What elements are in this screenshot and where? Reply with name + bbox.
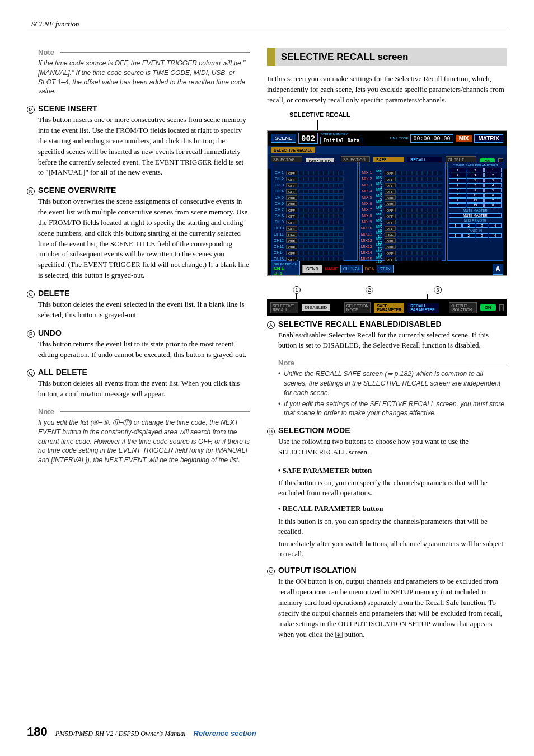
param-cell[interactable] xyxy=(308,226,313,231)
param-cell[interactable] xyxy=(402,183,407,187)
param-cell[interactable] xyxy=(397,208,402,212)
param-cell[interactable] xyxy=(437,251,442,255)
param-cell[interactable] xyxy=(402,177,407,181)
param-cell[interactable] xyxy=(427,238,432,243)
param-cell[interactable] xyxy=(308,232,313,237)
param-cell[interactable] xyxy=(334,232,339,237)
param-cell[interactable] xyxy=(318,214,324,218)
off-toggle[interactable]: OFF xyxy=(286,245,297,249)
param-cell[interactable] xyxy=(412,189,417,194)
param-cell[interactable] xyxy=(427,189,432,194)
off-toggle[interactable]: OFF xyxy=(385,177,396,181)
param-cell[interactable] xyxy=(422,220,427,224)
param-cell[interactable] xyxy=(422,214,427,218)
off-toggle[interactable]: OFF xyxy=(385,195,396,200)
param-cell[interactable] xyxy=(422,177,427,181)
param-cell[interactable] xyxy=(308,238,313,243)
param-cell[interactable] xyxy=(298,177,303,181)
param-cell[interactable] xyxy=(308,214,313,218)
param-cell[interactable] xyxy=(329,183,334,187)
param-cell[interactable] xyxy=(318,232,324,237)
param-cell[interactable] xyxy=(432,208,437,212)
param-cell[interactable] xyxy=(298,226,303,231)
param-cell[interactable] xyxy=(329,257,334,261)
param-cell[interactable] xyxy=(303,183,308,187)
param-cell[interactable] xyxy=(303,220,308,224)
param-cell[interactable] xyxy=(407,201,412,206)
strip-disabled-button[interactable]: DISABLED xyxy=(302,304,331,311)
param-cell[interactable] xyxy=(402,195,407,200)
param-cell[interactable] xyxy=(298,208,303,212)
param-cell[interactable] xyxy=(298,201,303,206)
dca-label[interactable]: DCA xyxy=(365,266,374,271)
param-cell[interactable] xyxy=(334,189,339,194)
param-cell[interactable] xyxy=(397,245,402,249)
param-cell[interactable] xyxy=(432,171,437,175)
param-cell[interactable] xyxy=(422,208,427,212)
param-cell[interactable] xyxy=(308,183,313,187)
param-cell[interactable] xyxy=(313,189,318,194)
param-cell[interactable] xyxy=(329,189,334,194)
param-cell[interactable] xyxy=(432,220,437,224)
param-cell[interactable] xyxy=(339,220,344,224)
param-cell[interactable] xyxy=(303,232,308,237)
param-cell[interactable] xyxy=(298,214,303,218)
param-cell[interactable] xyxy=(324,171,329,175)
off-toggle[interactable]: OFF xyxy=(385,257,396,261)
param-cell[interactable] xyxy=(308,220,313,224)
param-cell[interactable] xyxy=(437,208,442,212)
param-cell[interactable] xyxy=(334,195,339,200)
param-cell[interactable] xyxy=(298,251,303,255)
param-cell[interactable] xyxy=(412,208,417,212)
off-toggle[interactable]: OFF xyxy=(385,214,396,218)
param-cell[interactable] xyxy=(417,220,422,224)
param-cell[interactable] xyxy=(324,232,329,237)
off-toggle[interactable]: OFF xyxy=(286,195,297,200)
param-cell[interactable] xyxy=(339,171,344,175)
param-cell[interactable] xyxy=(417,226,422,231)
param-cell[interactable] xyxy=(407,238,412,243)
param-cell[interactable] xyxy=(417,201,422,206)
param-cell[interactable] xyxy=(407,257,412,261)
param-cell[interactable] xyxy=(339,214,344,218)
param-cell[interactable] xyxy=(303,238,308,243)
param-cell[interactable] xyxy=(397,201,402,206)
param-cell[interactable] xyxy=(318,171,324,175)
param-cell[interactable] xyxy=(397,251,402,255)
param-cell[interactable] xyxy=(313,232,318,237)
param-cell[interactable] xyxy=(339,177,344,181)
param-cell[interactable] xyxy=(412,214,417,218)
param-cell[interactable] xyxy=(313,226,318,231)
off-toggle[interactable]: OFF xyxy=(286,251,297,255)
param-cell[interactable] xyxy=(422,251,427,255)
param-cell[interactable] xyxy=(329,245,334,249)
param-cell[interactable] xyxy=(402,220,407,224)
param-cell[interactable] xyxy=(412,245,417,249)
param-cell[interactable] xyxy=(407,220,412,224)
param-cell[interactable] xyxy=(427,257,432,261)
param-cell[interactable] xyxy=(432,238,437,243)
param-cell[interactable] xyxy=(308,201,313,206)
param-cell[interactable] xyxy=(298,189,303,194)
param-cell[interactable] xyxy=(339,257,344,261)
param-cell[interactable] xyxy=(313,257,318,261)
param-cell[interactable] xyxy=(324,189,329,194)
param-cell[interactable] xyxy=(318,195,324,200)
off-toggle[interactable]: OFF xyxy=(385,201,396,206)
strip-recall-parameter-tab[interactable]: RECALL PARAMETER xyxy=(407,303,439,313)
param-cell[interactable] xyxy=(308,189,313,194)
param-cell[interactable] xyxy=(417,189,422,194)
param-cell[interactable] xyxy=(339,232,344,237)
param-cell[interactable] xyxy=(432,195,437,200)
param-cell[interactable] xyxy=(397,232,402,237)
param-cell[interactable] xyxy=(422,201,427,206)
param-cell[interactable] xyxy=(334,214,339,218)
param-cell[interactable] xyxy=(308,208,313,212)
param-cell[interactable] xyxy=(318,251,324,255)
off-toggle[interactable]: OFF xyxy=(286,232,297,237)
param-cell[interactable] xyxy=(437,232,442,237)
param-cell[interactable] xyxy=(422,226,427,231)
param-cell[interactable] xyxy=(324,195,329,200)
param-cell[interactable] xyxy=(417,251,422,255)
scene-title-field[interactable]: Initial Data xyxy=(320,137,362,144)
